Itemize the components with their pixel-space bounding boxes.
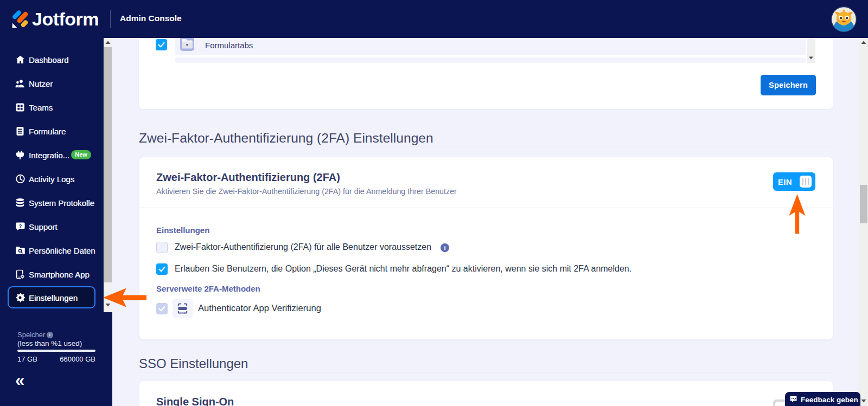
svg-text:?: ?: [18, 223, 22, 229]
